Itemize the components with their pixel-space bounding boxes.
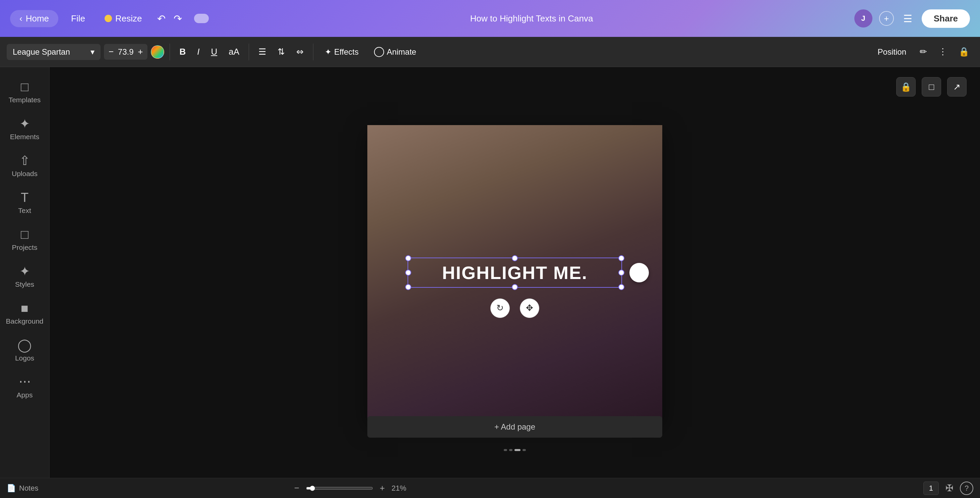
redo-button[interactable]: ↷ [171, 10, 185, 27]
user-avatar[interactable]: J [854, 10, 872, 27]
underline-button[interactable]: U [207, 44, 221, 60]
align-button[interactable]: ☰ [255, 44, 270, 60]
resize-button[interactable]: Resize [98, 10, 148, 27]
notes-button[interactable]: 📄 Notes [7, 484, 38, 493]
increase-font-size-button[interactable]: + [138, 46, 143, 57]
text-selection-box[interactable]: HIGHLIGHT ME. [407, 257, 622, 288]
undo-button[interactable]: ↶ [154, 10, 168, 27]
resize-handle-bottom-mid[interactable] [512, 284, 518, 290]
sidebar-text-label: Text [18, 207, 31, 215]
background-icon: ■ [21, 302, 29, 314]
file-label: File [71, 13, 85, 24]
spacing-icon: ⇅ [277, 46, 285, 57]
sidebar-background-label: Background [6, 317, 43, 325]
font-name-label: League Spartan [13, 47, 70, 57]
notes-icon: 📄 [7, 484, 16, 493]
sidebar-templates-label: Templates [9, 96, 41, 104]
logos-icon: ◯ [18, 339, 32, 351]
sidebar-item-logos[interactable]: ◯ Logos [3, 332, 46, 369]
resize-handle-top-right[interactable] [618, 255, 624, 261]
sidebar-logos-label: Logos [15, 354, 34, 362]
design-canvas[interactable]: HIGHLIGHT ME. ↻ ✥ ↻ [368, 125, 662, 420]
canvas-top-controls: 🔒 □ ↗ [896, 77, 967, 97]
effects-label: Effects [334, 47, 359, 57]
zoom-slider[interactable] [306, 485, 373, 491]
sidebar-item-styles[interactable]: ✦ Styles [3, 258, 46, 295]
rotate-handle[interactable]: ↻ [490, 298, 510, 318]
file-button[interactable]: File [64, 10, 92, 27]
scroll-line-2 [509, 449, 512, 451]
formatting-toolbar: League Spartan ▾ − 73.9 + B I U aA ☰ ⇅ ⇔… [0, 37, 980, 67]
uploads-icon: ⇧ [19, 154, 30, 167]
share-button[interactable]: Share [922, 10, 970, 28]
bottom-bar: 📄 Notes − + 21% 1 ✠ ? [0, 478, 980, 498]
scroll-indicator [504, 449, 526, 451]
resize-handle-mid-right[interactable] [618, 270, 624, 276]
zoom-out-button[interactable]: − [294, 483, 299, 493]
duplicate-button[interactable]: □ [922, 77, 941, 97]
italic-button[interactable]: I [193, 44, 204, 60]
more-element-options-button[interactable]: ↗ [947, 77, 967, 97]
resize-handle-top-left[interactable] [405, 255, 411, 261]
sidebar-item-background[interactable]: ■ Background [3, 295, 46, 332]
letter-spacing-button[interactable]: ⇔ [292, 44, 308, 60]
divider-3 [313, 44, 313, 61]
fullscreen-button[interactable]: ✠ [945, 482, 953, 494]
projects-icon: □ [21, 228, 29, 241]
animate-label: Animate [387, 47, 416, 57]
resize-handle-mid-left[interactable] [405, 270, 411, 276]
filters-button[interactable]: ⋮ [934, 44, 951, 60]
sidebar-item-elements[interactable]: ✦ Elements [3, 111, 46, 148]
scroll-line-3 [514, 449, 520, 451]
font-size-control: − 73.9 + [104, 44, 148, 60]
position-button[interactable]: Position [872, 44, 912, 60]
move-handle[interactable]: ✥ [520, 298, 539, 318]
bottom-right-controls: 1 ✠ ? [923, 482, 973, 495]
back-arrow-icon: ‹ [19, 13, 22, 24]
decrease-font-size-button[interactable]: − [108, 46, 114, 57]
sidebar-apps-label: Apps [17, 391, 33, 399]
resize-handle-bottom-right[interactable] [618, 284, 624, 290]
text-element-container[interactable]: HIGHLIGHT ME. ↻ ✥ ↻ [407, 257, 622, 288]
undo-redo-group: ↶ ↷ [154, 10, 185, 27]
left-sidebar: □ Templates ✦ Elements ⇧ Uploads T Text … [0, 67, 49, 478]
sidebar-item-uploads[interactable]: ⇧ Uploads [3, 148, 46, 184]
zoom-percent-label: 21% [391, 484, 412, 493]
resize-handle-top-mid[interactable] [512, 255, 518, 261]
sidebar-item-projects[interactable]: □ Projects [3, 221, 46, 258]
effects-icon: ✦ [325, 47, 331, 57]
text-case-button[interactable]: aA [224, 44, 243, 60]
resize-handle-bottom-left[interactable] [405, 284, 411, 290]
animate-button[interactable]: Animate [368, 44, 422, 61]
add-collaborator-button[interactable]: + [879, 11, 894, 26]
elements-icon: ✦ [19, 117, 30, 130]
font-family-selector[interactable]: League Spartan ▾ [7, 44, 100, 60]
help-button[interactable]: ? [960, 482, 973, 495]
canvas-area: 🔒 □ ↗ HIGHLIGHT ME. ↻ ✥ [49, 67, 980, 478]
page-indicator: 1 [923, 482, 939, 495]
resize-label: Resize [115, 13, 142, 24]
text-color-picker[interactable] [151, 45, 164, 59]
animate-icon [374, 47, 384, 57]
sidebar-item-text[interactable]: T Text [3, 184, 46, 221]
lock-element-button[interactable]: 🔒 [896, 77, 916, 97]
crop-button[interactable]: ✏ [916, 44, 931, 60]
font-size-value: 73.9 [116, 47, 136, 57]
zoom-in-button[interactable]: + [380, 483, 385, 493]
more-options-button[interactable]: ☰ [900, 10, 915, 27]
zoom-control: − + 21% [294, 483, 412, 493]
canvas-text-content[interactable]: HIGHLIGHT ME. [415, 262, 615, 283]
apps-icon: ⋅⋅⋅ [19, 376, 31, 388]
lock-button[interactable]: 🔒 [955, 44, 973, 60]
home-button[interactable]: ‹ Home [10, 10, 58, 27]
reaction-button[interactable]: ↻ [629, 263, 649, 283]
divider-2 [249, 44, 249, 61]
sidebar-item-templates[interactable]: □ Templates [3, 74, 46, 111]
add-page-button[interactable]: + Add page [368, 416, 662, 437]
effects-button[interactable]: ✦ Effects [319, 44, 365, 60]
templates-icon: □ [21, 80, 29, 93]
line-spacing-button[interactable]: ⇅ [274, 44, 289, 60]
sidebar-item-apps[interactable]: ⋅⋅⋅ Apps [3, 369, 46, 406]
scroll-line-1 [504, 449, 507, 451]
bold-button[interactable]: B [175, 44, 190, 60]
